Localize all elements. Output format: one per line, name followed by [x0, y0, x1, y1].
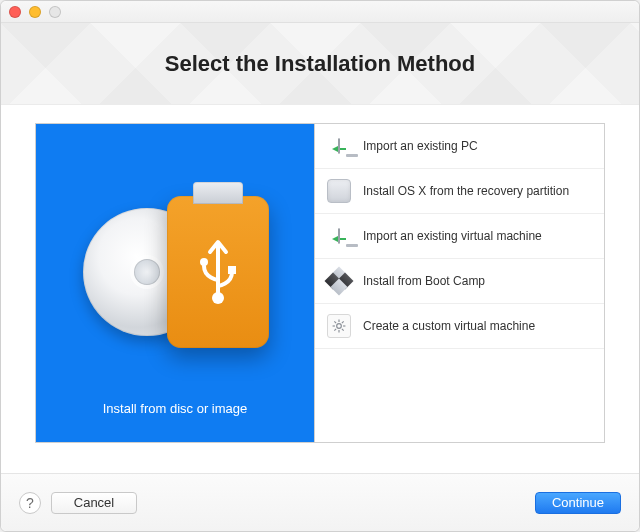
- method-boot-camp[interactable]: Install from Boot Camp: [315, 259, 604, 304]
- cancel-button[interactable]: Cancel: [51, 492, 137, 514]
- primary-method-caption: Install from disc or image: [36, 401, 314, 416]
- window-controls: [9, 6, 61, 18]
- bootcamp-icon: [325, 267, 353, 295]
- continue-button[interactable]: Continue: [535, 492, 621, 514]
- svg-rect-2: [228, 266, 236, 274]
- method-import-pc[interactable]: Import an existing PC: [315, 124, 604, 169]
- svg-point-1: [200, 258, 208, 266]
- svg-point-3: [212, 292, 224, 304]
- svg-line-12: [342, 329, 344, 331]
- content: Install from disc or image Import an exi…: [1, 105, 639, 473]
- method-list-filler: [315, 349, 604, 442]
- disc-usb-icon: [75, 186, 275, 366]
- titlebar: [1, 1, 639, 23]
- minimize-window-button[interactable]: [29, 6, 41, 18]
- primary-method-panel[interactable]: Install from disc or image: [35, 123, 315, 443]
- method-list: Import an existing PC Install OS X from …: [315, 123, 605, 443]
- method-custom-vm[interactable]: Create a custom virtual machine: [315, 304, 604, 349]
- usb-glyph-icon: [192, 236, 244, 308]
- svg-point-6: [337, 324, 342, 329]
- method-label: Import an existing PC: [363, 139, 478, 154]
- installer-window: Select the Installation Method: [0, 0, 640, 532]
- zoom-window-button[interactable]: [49, 6, 61, 18]
- method-label: Create a custom virtual machine: [363, 319, 535, 334]
- svg-line-11: [334, 321, 336, 323]
- page-title: Select the Installation Method: [165, 51, 475, 77]
- help-button[interactable]: ?: [19, 492, 41, 514]
- monitor-vm-icon: [325, 222, 353, 250]
- hdd-icon: [325, 177, 353, 205]
- close-window-button[interactable]: [9, 6, 21, 18]
- svg-line-13: [334, 329, 336, 331]
- method-import-vm[interactable]: Import an existing virtual machine: [315, 214, 604, 259]
- method-label: Install OS X from the recovery partition: [363, 184, 569, 199]
- gear-doc-icon: [325, 312, 353, 340]
- method-recovery-partition[interactable]: Install OS X from the recovery partition: [315, 169, 604, 214]
- monitor-import-icon: [325, 132, 353, 160]
- header: Select the Installation Method: [1, 23, 639, 105]
- footer: ? Cancel Continue: [1, 473, 639, 531]
- method-label: Install from Boot Camp: [363, 274, 485, 289]
- method-label: Import an existing virtual machine: [363, 229, 542, 244]
- svg-line-14: [342, 321, 344, 323]
